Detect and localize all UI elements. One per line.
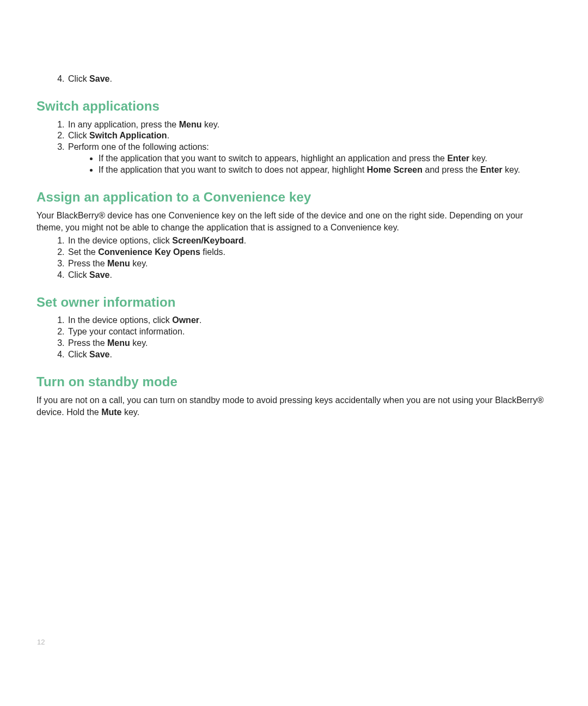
list-item: Type your contact information. <box>67 326 552 338</box>
list-item: Click Save. <box>67 349 552 361</box>
list-item: In the device options, click Owner. <box>67 315 552 326</box>
sub-bullet-list: If the application that you want to swit… <box>68 153 552 176</box>
list-item: In the device options, click Screen/Keyb… <box>67 235 552 247</box>
heading-owner-info: Set owner information <box>36 294 552 311</box>
list-item: Click Save. <box>67 74 552 85</box>
step-list-orphan: Click Save. <box>36 74 552 85</box>
step-list-switch: In any application, press the Menu key. … <box>36 119 552 176</box>
bullet-item: If the application that you want to swit… <box>99 153 552 165</box>
step-bold: Save <box>89 74 109 83</box>
heading-standby: Turn on standby mode <box>36 374 552 391</box>
list-item: Perform one of the following actions: If… <box>67 142 552 175</box>
list-item: Press the Menu key. <box>67 258 552 270</box>
step-list-owner: In the device options, click Owner. Type… <box>36 315 552 360</box>
document-page: Click Save. Switch applications In any a… <box>0 0 588 706</box>
bullet-item: If the application that you want to swit… <box>99 165 552 176</box>
orphan-step-block: Click Save. <box>36 74 552 85</box>
list-item: Click Switch Application. <box>67 130 552 142</box>
list-item: Click Save. <box>67 270 552 281</box>
step-text: Click <box>68 74 89 83</box>
list-item: Press the Menu key. <box>67 338 552 349</box>
list-item: Set the Convenience Key Opens fields. <box>67 247 552 258</box>
list-item: In any application, press the Menu key. <box>67 119 552 131</box>
step-list-convenience: In the device options, click Screen/Keyb… <box>36 235 552 281</box>
heading-convenience-key: Assign an application to a Convenience k… <box>36 189 552 206</box>
step-text: . <box>109 74 112 83</box>
heading-switch-applications: Switch applications <box>36 98 552 115</box>
intro-paragraph: Your BlackBerry® device has one Convenie… <box>36 210 552 233</box>
page-number: 12 <box>37 638 45 647</box>
standby-paragraph: If you are not on a call, you can turn o… <box>36 394 552 418</box>
